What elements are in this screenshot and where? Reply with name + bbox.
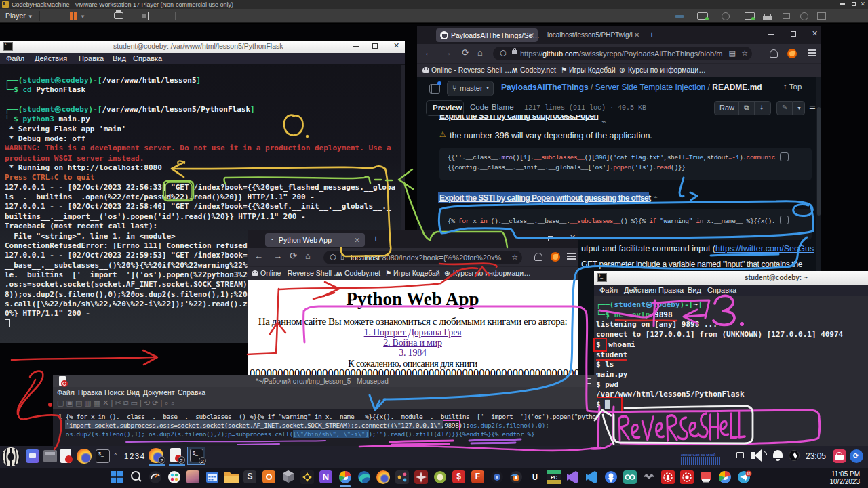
svg-text:PC: PC — [551, 475, 557, 480]
svg-text:64: 64 — [747, 472, 751, 476]
svg-text:U: U — [532, 473, 538, 481]
